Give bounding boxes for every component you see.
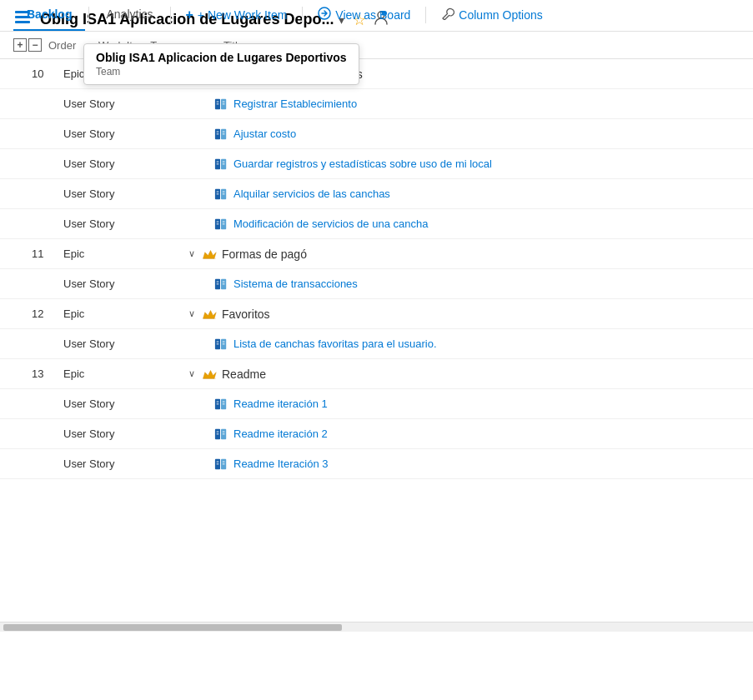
svg-rect-15 <box>220 128 221 138</box>
row-title[interactable]: Ajustar costo <box>188 127 740 142</box>
title-text: Formas de pagó <box>222 248 307 261</box>
svg-rect-24 <box>217 161 219 162</box>
table-row[interactable]: User Story Guardar registros y estadísti… <box>0 149 753 179</box>
new-work-item-button[interactable]: + + New Work Item <box>174 0 299 31</box>
table-row[interactable]: User Story Readme Iteración 3 <box>0 449 753 479</box>
svg-rect-60 <box>217 403 219 404</box>
table-row[interactable]: User Story Registrar Establecimiento <box>0 89 753 119</box>
table-row[interactable]: User Story Lista de canchas favoritas pa… <box>0 329 753 359</box>
expand-buttons: + − <box>13 38 42 52</box>
row-type: User Story <box>63 458 188 470</box>
row-title[interactable]: ∨ Readme <box>188 367 740 382</box>
title-text: Registrar Establecimiento <box>233 98 357 110</box>
row-title[interactable]: Modificación de servicios de una cancha <box>188 217 740 232</box>
row-title[interactable]: Sistema de transacciones <box>188 277 740 292</box>
book-icon <box>213 397 228 412</box>
row-title[interactable]: Registrar Establecimiento <box>188 97 740 112</box>
crown-icon <box>202 307 217 322</box>
svg-rect-13 <box>223 103 225 104</box>
svg-rect-57 <box>220 398 221 408</box>
view-as-board-button[interactable]: View as Board <box>306 0 422 31</box>
tab-separator-3 <box>302 7 303 23</box>
svg-rect-32 <box>217 193 219 194</box>
svg-rect-18 <box>217 133 219 134</box>
row-type: User Story <box>63 398 188 410</box>
svg-rect-27 <box>223 163 225 164</box>
svg-rect-25 <box>217 163 219 164</box>
title-text: Alquilar servicios de las canchas <box>233 188 390 200</box>
svg-rect-50 <box>220 338 221 348</box>
row-title[interactable]: Readme iteración 2 <box>188 427 740 442</box>
row-title[interactable]: Readme iteración 1 <box>188 397 740 412</box>
svg-rect-41 <box>223 223 225 224</box>
title-text: Favoritos <box>222 308 270 321</box>
svg-rect-71 <box>220 458 221 468</box>
svg-rect-53 <box>217 343 219 344</box>
tab-separator <box>88 7 89 23</box>
table-row[interactable]: 13Epic∨ Readme <box>0 359 753 389</box>
svg-rect-54 <box>223 341 225 342</box>
svg-rect-8 <box>220 98 221 108</box>
table-row[interactable]: 12Epic∨ Favoritos <box>0 299 753 329</box>
table-row[interactable]: User Story Modificación de servicios de … <box>0 209 753 239</box>
title-text: Readme iteración 2 <box>233 428 328 440</box>
title-tooltip: Oblig ISA1 Aplicacion de Lugares Deporti… <box>83 43 359 85</box>
table-row[interactable]: User Story Alquilar servicios de las can… <box>0 179 753 209</box>
svg-rect-38 <box>217 221 219 222</box>
book-icon <box>213 457 228 472</box>
table-row[interactable]: 11Epic∨ Formas de pagó <box>0 239 753 269</box>
crown-icon <box>202 367 217 382</box>
table-row[interactable]: User Story Readme iteración 2 <box>0 419 753 449</box>
row-type: Epic <box>63 248 188 260</box>
svg-rect-48 <box>223 283 225 284</box>
horizontal-scrollbar[interactable] <box>0 622 753 632</box>
svg-rect-52 <box>217 341 219 342</box>
svg-rect-10 <box>217 101 219 102</box>
row-title[interactable]: Readme Iteración 3 <box>188 457 740 472</box>
svg-rect-26 <box>223 161 225 162</box>
svg-rect-47 <box>223 281 225 282</box>
title-text: Sistema de transacciones <box>233 278 358 290</box>
book-icon <box>213 217 228 232</box>
collapse-all-button[interactable]: − <box>28 38 42 52</box>
table-row[interactable]: User Story Ajustar costo <box>0 119 753 149</box>
svg-rect-36 <box>220 218 221 228</box>
row-title[interactable]: Guardar registros y estadísticas sobre u… <box>188 157 740 172</box>
title-text: Readme Iteración 3 <box>233 458 328 470</box>
crown-icon <box>202 247 217 262</box>
scrollbar-thumb[interactable] <box>3 624 342 631</box>
table-row[interactable]: User Story Readme iteración 1 <box>0 389 753 419</box>
tab-analytics[interactable]: Analytics <box>93 0 166 31</box>
tab-backlog[interactable]: Backlog <box>13 0 85 31</box>
svg-rect-74 <box>217 463 219 464</box>
tooltip-subtitle: Team <box>96 66 347 78</box>
svg-rect-68 <box>223 431 225 432</box>
svg-rect-22 <box>220 158 221 168</box>
header: Oblig ISA1 Aplicacion de Lugares Depo...… <box>0 0 753 32</box>
row-order: 12 <box>13 308 63 320</box>
expand-all-button[interactable]: + <box>13 38 27 52</box>
column-options-label: Column Options <box>459 8 542 22</box>
row-title[interactable]: ∨ Formas de pagó <box>188 247 740 262</box>
row-type: User Story <box>63 188 188 200</box>
row-title[interactable]: ∨ Favoritos <box>188 307 740 322</box>
book-icon <box>213 337 228 352</box>
nav-tabs: Backlog Analytics + + New Work Item View… <box>13 0 740 31</box>
table-container: + − Order Work Item Type Title 10Epic∨ G… <box>0 32 753 632</box>
svg-rect-59 <box>217 401 219 402</box>
svg-rect-43 <box>220 278 221 288</box>
svg-rect-75 <box>223 461 225 462</box>
svg-rect-19 <box>223 131 225 132</box>
book-icon <box>213 277 228 292</box>
new-work-item-label: + New Work Item <box>198 8 288 22</box>
row-title[interactable]: Alquilar servicios de las canchas <box>188 187 740 202</box>
column-options-button[interactable]: Column Options <box>429 0 554 31</box>
row-title[interactable]: Lista de canchas favoritas para el usuar… <box>188 337 740 352</box>
table-body: 10Epic∨ Gestionar establecimientosUser S… <box>0 59 753 622</box>
collapse-arrow-icon[interactable]: ∨ <box>188 248 195 259</box>
collapse-arrow-icon[interactable]: ∨ <box>188 308 195 319</box>
table-row[interactable]: User Story Sistema de transacciones <box>0 269 753 299</box>
svg-rect-64 <box>220 428 221 438</box>
svg-rect-67 <box>217 433 219 434</box>
collapse-arrow-icon[interactable]: ∨ <box>188 368 195 379</box>
